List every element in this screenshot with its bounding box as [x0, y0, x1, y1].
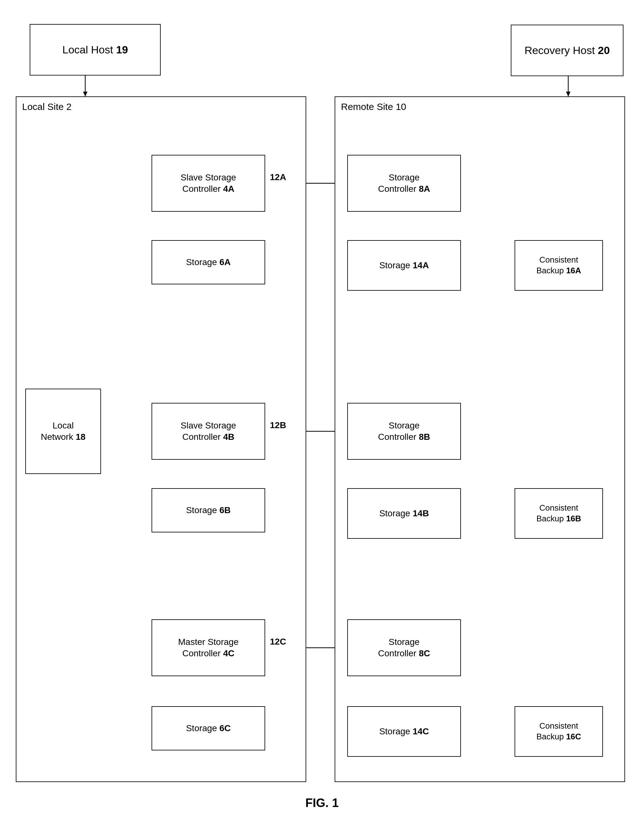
- slave-controller-b-box: Slave StorageController 4B: [151, 403, 265, 460]
- sc-8b-box: StorageController 8B: [347, 403, 461, 460]
- link-12c-label: 12C: [270, 637, 286, 647]
- storage-14c-label: Storage 14C: [379, 726, 429, 737]
- storage-14b-box: Storage 14B: [347, 488, 461, 539]
- sc-8c-label: StorageController 8C: [378, 637, 430, 660]
- storage-6c-label: Storage 6C: [186, 722, 231, 734]
- svg-marker-3: [566, 92, 571, 97]
- link-12b-label: 12B: [270, 420, 286, 430]
- sc-8a-box: StorageController 8A: [347, 155, 461, 212]
- local-host-label: Local Host 19: [63, 43, 128, 57]
- slave-a-label: Slave StorageController 4A: [181, 172, 236, 195]
- local-host-box: Local Host 19: [30, 24, 161, 75]
- remote-site-label: Remote Site 10: [341, 101, 406, 112]
- storage-14b-label: Storage 14B: [379, 508, 429, 519]
- backup-16c-box: ConsistentBackup 16C: [515, 706, 603, 757]
- backup-16c-label: ConsistentBackup 16C: [536, 721, 581, 742]
- master-controller-c-box: Master StorageController 4C: [151, 619, 265, 676]
- storage-14a-box: Storage 14A: [347, 240, 461, 291]
- svg-marker-1: [83, 92, 87, 97]
- diagram: Local Host 19 Recovery Host 20 Local Sit…: [0, 0, 644, 813]
- storage-14c-box: Storage 14C: [347, 706, 461, 757]
- storage-14a-label: Storage 14A: [379, 260, 429, 271]
- storage-6b-box: Storage 6B: [151, 488, 265, 532]
- recovery-host-box: Recovery Host 20: [511, 25, 624, 76]
- backup-16b-label: ConsistentBackup 16B: [536, 503, 581, 524]
- master-c-label: Master StorageController 4C: [178, 637, 238, 660]
- recovery-host-label: Recovery Host 20: [524, 43, 610, 57]
- slave-controller-a-box: Slave StorageController 4A: [151, 155, 265, 212]
- sc-8c-box: StorageController 8C: [347, 619, 461, 676]
- storage-6a-label: Storage 6A: [186, 256, 231, 268]
- backup-16b-box: ConsistentBackup 16B: [515, 488, 603, 539]
- storage-6b-label: Storage 6B: [186, 505, 231, 516]
- figure-label: FIG. 1: [291, 796, 353, 810]
- slave-b-label: Slave StorageController 4B: [181, 420, 236, 443]
- local-network-box: LocalNetwork 18: [25, 389, 101, 474]
- sc-8b-label: StorageController 8B: [378, 420, 430, 443]
- sc-8a-label: StorageController 8A: [378, 172, 430, 195]
- local-site-label: Local Site 2: [22, 101, 72, 112]
- link-12a-label: 12A: [270, 172, 286, 182]
- local-network-label: LocalNetwork 18: [41, 420, 86, 443]
- backup-16a-box: ConsistentBackup 16A: [515, 240, 603, 291]
- backup-16a-label: ConsistentBackup 16A: [536, 255, 581, 276]
- storage-6a-box: Storage 6A: [151, 240, 265, 284]
- storage-6c-box: Storage 6C: [151, 706, 265, 750]
